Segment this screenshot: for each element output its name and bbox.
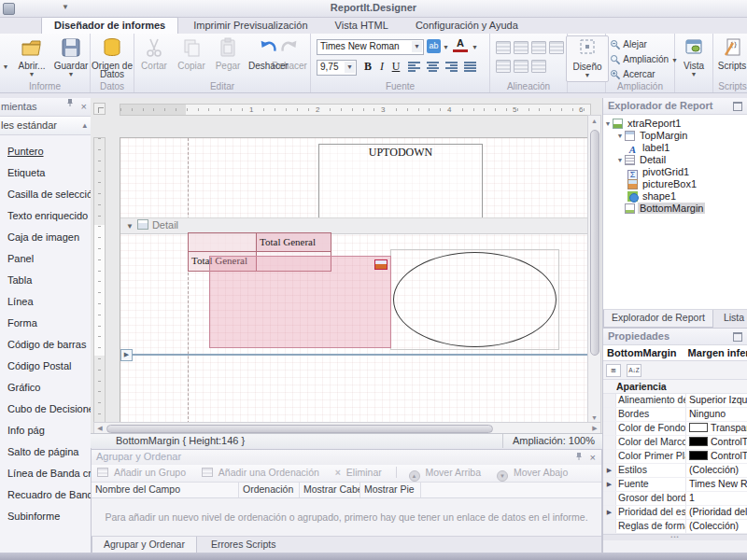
tab-explorador-de-report[interactable]: Explorador de Report	[603, 310, 713, 328]
font-color-button[interactable]: A	[453, 37, 468, 52]
report-page[interactable]: UPTODOWN ▼Detail Total General Total Gen…	[120, 137, 588, 425]
toolbox-item[interactable]: Info pág	[0, 420, 91, 441]
toolbox-pin-icon[interactable]	[66, 98, 74, 107]
band-splitter-handle[interactable]: ▶	[120, 349, 133, 361]
property-value[interactable]: Transparent	[686, 422, 747, 435]
property-value[interactable]: ControlText	[686, 436, 747, 449]
align-left-icon[interactable]	[408, 62, 420, 72]
expand-arrow-icon[interactable]: ▶	[603, 478, 616, 491]
align-lefts-icon[interactable]	[496, 41, 511, 54]
toolbox-section-header[interactable]: les estándar ▴	[0, 117, 91, 135]
redo-button[interactable]: Rehacer	[271, 35, 308, 80]
toolbox-item[interactable]: Caja de imagen	[0, 227, 91, 248]
italic-button[interactable]: I	[376, 60, 388, 74]
property-value[interactable]: Times New Roman	[686, 478, 747, 491]
property-row-fuente[interactable]: ▶FuenteTimes New Roman	[603, 478, 747, 492]
toolbox-item[interactable]: Código Postal	[0, 356, 91, 377]
group-sort-pin-icon[interactable]	[575, 452, 583, 461]
align-centers-icon[interactable]	[514, 41, 529, 54]
toolbox-item[interactable]: Puntero	[0, 141, 91, 162]
bold-button[interactable]: B	[361, 60, 374, 74]
scripts-button[interactable]: {} Scripts	[712, 35, 747, 80]
tree-node-pivotgrid1[interactable]: ΣpivotGrid1	[603, 166, 747, 178]
toolbox-item[interactable]: Línea de Banda cr...	[0, 463, 91, 484]
toolbox-item[interactable]: Gráfico	[0, 377, 91, 399]
align-rights-icon[interactable]	[531, 41, 546, 54]
size-same-icon[interactable]	[531, 60, 546, 73]
toolbox-item[interactable]: Subinforme	[0, 506, 91, 527]
zoom-in-button[interactable]: Acercar	[610, 67, 655, 81]
quick-access-caret-icon[interactable]: ▼	[62, 3, 69, 11]
property-row-color-marco[interactable]: Color del MarcoControlText	[603, 436, 747, 450]
tab-disenador-de-informes[interactable]: Diseñador de informes	[41, 17, 178, 34]
tree-node-detail[interactable]: ▼Detail	[603, 154, 747, 166]
tree-node-shape1[interactable]: shape1	[603, 190, 747, 203]
property-row-color-primer[interactable]: Color Primer PlaControlText	[603, 450, 747, 464]
expander-icon[interactable]: ▼	[603, 118, 613, 130]
expand-arrow-icon[interactable]: ▶	[603, 464, 616, 477]
property-value[interactable]: (Prioridad del estil	[686, 506, 747, 519]
align-tops-icon[interactable]	[549, 41, 564, 54]
property-row-bordes[interactable]: BordesNinguno	[603, 408, 747, 422]
toolbox-item[interactable]: Casilla de selección	[0, 184, 91, 205]
horizontal-scroll-thumb[interactable]	[106, 425, 493, 433]
delete-button[interactable]: Eliminar	[346, 467, 382, 478]
toolbox-item[interactable]: Código de barras	[0, 334, 91, 356]
zoom-level-button[interactable]: Ampliación ▼	[610, 52, 678, 66]
toolbox-item[interactable]: Panel	[0, 248, 91, 270]
underline-button[interactable]: U	[389, 60, 402, 74]
align-right-icon[interactable]	[445, 62, 458, 72]
align-bottoms-icon[interactable]	[514, 60, 529, 73]
align-justify-icon[interactable]	[464, 62, 476, 72]
property-value[interactable]: (Colección)	[686, 464, 747, 477]
toolbox-item[interactable]: Salto de página	[0, 441, 91, 463]
property-row-reglas[interactable]: Reglas de forma(Colección)	[603, 520, 747, 534]
toolbox-item[interactable]: Texto enriquecido	[0, 205, 91, 227]
tab-imprimir-previsualizacion[interactable]: Imprimir Previsualización	[181, 18, 319, 34]
toolbox-close-icon[interactable]: ×	[81, 98, 87, 115]
toolbox-item[interactable]: Cubo de Decisiones	[0, 399, 91, 420]
scroll-up-icon[interactable]: ▲	[588, 116, 600, 127]
copy-button[interactable]: Copiar	[174, 35, 209, 80]
group-sort-close-icon[interactable]: ×	[590, 451, 596, 465]
band-collapse-icon[interactable]: ▼	[126, 222, 134, 231]
add-group-button[interactable]: Añadir un Grupo	[114, 467, 186, 478]
tab-configuracion-y-ayuda[interactable]: Configuración y Ayuda	[403, 18, 530, 34]
toolbox-item[interactable]: Recuadro de Band...	[0, 484, 91, 506]
property-value[interactable]: ControlText	[686, 450, 747, 463]
alphabetical-sort-icon[interactable]: A↓Z	[627, 364, 641, 377]
expander-icon[interactable]: ▼	[615, 130, 625, 142]
toolbox-item[interactable]: Forma	[0, 313, 91, 334]
tab-lista-de-campos[interactable]: Lista de Camp	[716, 310, 747, 327]
property-value[interactable]: 1	[686, 492, 747, 505]
tree-node-bottommargin[interactable]: BottomMargin	[603, 203, 747, 215]
align-center-icon[interactable]	[427, 62, 439, 72]
design-surface[interactable]: 1 2 3 4 5 6 UPTODOWN ▼Detail Total Gener…	[91, 98, 602, 448]
toolbox-item[interactable]: Línea	[0, 291, 91, 313]
properties-dock-icon[interactable]	[733, 332, 742, 342]
picturebox1-control-selected[interactable]	[209, 256, 391, 348]
column-header[interactable]: Ordenación	[239, 483, 300, 497]
font-name-combo[interactable]: Times New Roman ▼	[317, 39, 424, 55]
property-row-color-fondo[interactable]: Color de FondoTransparent	[603, 422, 747, 436]
toolbox-item[interactable]: Tabla	[0, 270, 91, 291]
design-button[interactable]: Diseño ▼	[566, 35, 609, 82]
property-value[interactable]: Superior Izquierda	[686, 394, 747, 407]
properties-splitter[interactable]: •••	[603, 534, 747, 540]
align-middles-icon[interactable]	[496, 60, 511, 73]
tree-node-topmargin[interactable]: ▼TopMargin	[603, 130, 747, 142]
property-row-grosor[interactable]: Grosor del bord1	[603, 492, 747, 506]
categorized-view-icon[interactable]: ⊞	[606, 364, 621, 377]
tree-node-xtrareport1[interactable]: ▼xtraReport1	[603, 118, 747, 130]
zoom-out-button[interactable]: Alejar	[610, 37, 647, 51]
view-button[interactable]: Vista ▼	[673, 35, 714, 80]
move-up-button[interactable]: Mover Arriba	[426, 467, 482, 478]
property-row-prioridad[interactable]: ▶Prioridad del est(Prioridad del estil	[603, 506, 747, 520]
column-header[interactable]: Mostrar Pie	[360, 483, 421, 497]
highlight-button[interactable]: ab	[427, 39, 441, 53]
property-category-apariencia[interactable]: Apariencia	[603, 380, 747, 394]
add-sort-button[interactable]: Añadir una Ordenación	[218, 467, 319, 478]
label1-control[interactable]: UPTODOWN	[318, 144, 483, 219]
tree-node-label1[interactable]: Alabel1	[603, 142, 747, 154]
property-row-alineamiento[interactable]: Alineamiento deSuperior Izquierda	[603, 394, 747, 408]
